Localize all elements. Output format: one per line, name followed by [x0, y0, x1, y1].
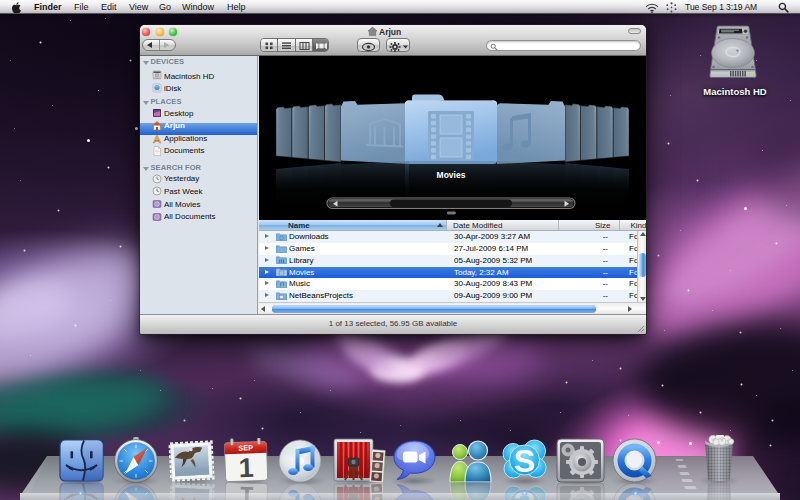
svg-text:SEP: SEP [238, 443, 253, 453]
svg-text:1: 1 [238, 453, 254, 482]
svg-text:S: S [514, 443, 535, 479]
svg-text:Movies: Movies [437, 170, 466, 180]
